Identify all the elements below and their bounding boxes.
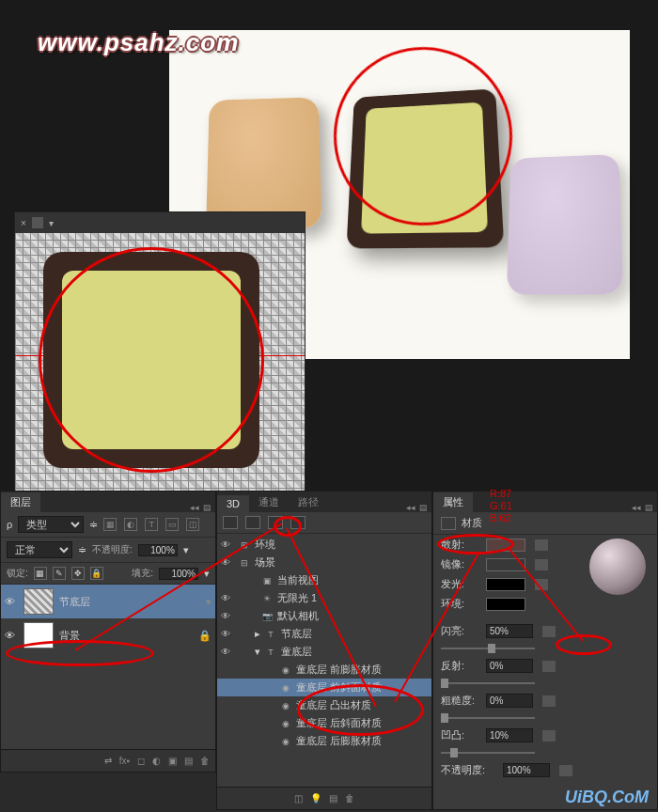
3d-bottom-bar: ◫ 💡 ▤ 🗑 [217, 787, 431, 809]
ambient-swatch[interactable] [486, 598, 525, 611]
fill-label: 填充: [132, 567, 153, 580]
layers-panel-tabs: 图层 ◂◂▤ [1, 492, 215, 512]
properties-panel: R:87G:61B:62 属性 ◂◂▤ 材质 散射: 镜像: 发光: 环境: 闪… [432, 491, 658, 810]
opacity-input[interactable] [138, 544, 178, 556]
filter-shape-icon[interactable]: ▭ [165, 518, 179, 531]
char-er [206, 97, 321, 228]
link-icon[interactable]: ⇄ [104, 756, 112, 766]
reflect-map-icon[interactable] [542, 661, 556, 672]
specular-label: 镜像: [441, 557, 480, 571]
opacity-label: 不透明度: [92, 543, 133, 556]
group-icon[interactable]: ▣ [168, 756, 177, 766]
annotation-circle-diffuse [437, 534, 514, 554]
bump-input[interactable] [486, 728, 533, 742]
rgb-annotation: R:87G:61B:62 [490, 488, 512, 524]
props-header: 材质 [433, 512, 657, 535]
annotation-circle-filter [274, 516, 302, 537]
reflect-slider[interactable] [441, 679, 535, 688]
props-title: 材质 [462, 516, 482, 530]
annotation-circle-materials [297, 684, 424, 736]
watermark-bottom: UiBQ.CoM [565, 788, 649, 807]
light-icon[interactable]: 💡 [310, 793, 321, 804]
3d-filter-scene-icon[interactable] [223, 516, 238, 529]
3d-item-camera[interactable]: 👁📷默认相机 [217, 607, 431, 625]
layer-name: 节底层 [59, 595, 90, 609]
char-jie [507, 154, 623, 294]
3d-panel-tabs: 3D 通道 路径 ◂◂▤ [217, 492, 431, 512]
3d-item-light[interactable]: 👁☀无限光 1 [217, 589, 431, 607]
filter-text-icon[interactable]: T [145, 518, 158, 531]
3d-item-mesh2[interactable]: 👁▾T童底层 [217, 643, 431, 661]
reflect-input[interactable] [486, 659, 533, 673]
lock-all-icon[interactable]: 🔒 [90, 567, 103, 580]
bump-slider[interactable] [441, 748, 535, 757]
material-preview-sphere[interactable] [589, 539, 646, 595]
lock-paint-icon[interactable]: ✎ [53, 567, 66, 580]
blend-mode-select[interactable]: 正常 [7, 541, 72, 558]
shine-input[interactable] [486, 624, 533, 638]
mask-icon[interactable]: ◻ [137, 756, 145, 766]
3d-item-env[interactable]: 👁⊞环境 [217, 536, 431, 554]
opacity-label: 不透明度: [441, 763, 497, 777]
reflect-label: 反射: [441, 659, 480, 673]
tab-3d[interactable]: 3D [217, 495, 249, 512]
opacity-map-icon[interactable] [559, 765, 572, 776]
shine-map-icon[interactable] [542, 626, 556, 637]
lock-trans-icon[interactable]: ▦ [34, 567, 47, 580]
new-icon[interactable]: ▤ [184, 756, 193, 766]
layer-thumb[interactable] [24, 588, 54, 615]
3d-filter-toolbar [217, 512, 431, 534]
rough-label: 粗糙度: [441, 694, 480, 708]
visibility-icon[interactable]: 👁 [5, 596, 18, 607]
bump-label: 凹凸: [441, 728, 480, 742]
ambient-label: 环境: [441, 597, 480, 611]
layer-filter-type[interactable]: 类型 [18, 516, 84, 533]
lock-move-icon[interactable]: ✥ [71, 567, 85, 580]
trash-icon[interactable]: 🗑 [200, 756, 210, 766]
filter-image-icon[interactable]: ▦ [103, 518, 117, 531]
illum-map-icon[interactable] [535, 579, 548, 590]
trash3d-icon[interactable]: 🗑 [345, 793, 354, 804]
rough-slider[interactable] [441, 713, 535, 723]
tab-properties[interactable]: 属性 [433, 492, 473, 512]
diffuse-map-icon[interactable] [535, 539, 548, 551]
filter-smart-icon[interactable]: ◫ [186, 518, 199, 531]
fx-icon[interactable]: fx▪ [119, 756, 130, 766]
3d-item-mat5[interactable]: ◉童底层 后膨胀材质 [217, 732, 431, 750]
annotation-circle-zoom [39, 247, 264, 473]
adjust-icon[interactable]: ◐ [152, 756, 161, 766]
tab-layers[interactable]: 图层 [1, 492, 40, 512]
filter-adjust-icon[interactable]: ◐ [124, 518, 137, 531]
annotation-circle-shine [556, 634, 612, 655]
3d-item-mesh1[interactable]: 👁▸T节底层 [217, 625, 431, 643]
illum-swatch[interactable] [486, 578, 525, 591]
rough-input[interactable] [486, 694, 533, 708]
shine-label: 闪亮: [441, 624, 480, 638]
illum-label: 发光: [441, 577, 480, 591]
rough-map-icon[interactable] [542, 695, 556, 707]
bump-map-icon[interactable] [542, 730, 556, 742]
zoom-content [15, 233, 305, 494]
layer-item-selected[interactable]: 👁 节底层 ▾ [1, 585, 215, 618]
panels-container: 图层 ◂◂▤ ρ 类型 ≑ ▦ ◐ T ▭ ◫ 正常 ≑ 不透明度: ▾ 锁定:… [0, 491, 658, 812]
opacity-input[interactable] [503, 763, 550, 777]
zoom-preview-panel: ×▾ [14, 211, 306, 493]
tab-paths[interactable]: 路径 [289, 492, 328, 512]
props-panel-tabs: 属性 ◂◂▤ [433, 492, 657, 512]
zoom-panel-header[interactable]: ×▾ [15, 212, 305, 233]
visibility-icon[interactable]: 👁 [5, 630, 18, 641]
3d-item-mat1[interactable]: ◉童底层 前膨胀材质 [217, 661, 431, 679]
3d-item-scene[interactable]: 👁⊟场景 [217, 554, 431, 571]
shine-slider[interactable] [441, 644, 535, 653]
fill-input[interactable] [159, 568, 198, 580]
new3d-icon[interactable]: ▤ [329, 793, 337, 804]
3d-item-view[interactable]: ▣当前视图 [217, 571, 431, 589]
render-icon[interactable]: ◫ [294, 793, 303, 804]
material-icon [441, 517, 456, 530]
tab-channels[interactable]: 通道 [249, 492, 289, 512]
specular-map-icon[interactable] [535, 559, 548, 570]
specular-swatch[interactable] [486, 558, 525, 571]
lock-label: 锁定: [7, 567, 28, 580]
3d-filter-mesh-icon[interactable] [245, 516, 260, 529]
layers-bottom-bar: ⇄ fx▪ ◻ ◐ ▣ ▤ 🗑 [1, 749, 215, 772]
